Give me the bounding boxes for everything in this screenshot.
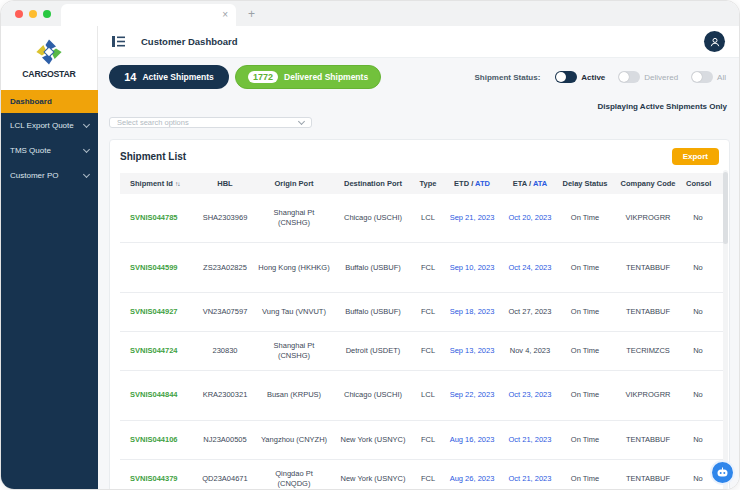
cell-type: FCL (414, 459, 442, 490)
cell-consol: No (684, 332, 712, 371)
sort-icon[interactable]: ↑↓ (175, 180, 180, 187)
toggle-active[interactable] (555, 71, 577, 83)
cargostar-logo-icon (35, 38, 63, 66)
table-header-row: Shipment Id↑↓HBLOrigin PortDestination P… (120, 173, 726, 194)
search-select[interactable] (109, 117, 312, 128)
cell-company-code: TENTABBUF (612, 420, 684, 459)
sidebar-item-label: TMS Quote (10, 146, 51, 155)
cell-destination-port: Chicago (USCHI) (332, 194, 414, 243)
cell-type: FCL (414, 243, 442, 292)
col-header-type: Type (414, 173, 442, 194)
search-input[interactable] (117, 118, 287, 127)
cell-delay-status: On Time (558, 194, 612, 243)
sidebar-item-tms-quote[interactable]: TMS Quote (1, 138, 98, 163)
brand-name: CARGOSTAR (22, 68, 75, 79)
table-row[interactable]: SVNIS044106NJ23A00505Yangzhou (CNYZH)New… (120, 420, 726, 459)
cell-shipment-id[interactable]: SVNIS044724 (120, 332, 194, 371)
browser-tab[interactable]: × (61, 4, 236, 26)
sidebar: CARGOSTAR DashboardLCL Export QuoteTMS Q… (1, 26, 98, 490)
page-title: Customer Dashboard (141, 36, 238, 47)
cell-consol: No (684, 371, 712, 420)
browser-titlebar: × + (1, 1, 739, 26)
close-window-icon[interactable] (15, 10, 23, 18)
cell-company-code: VIKPROGRR (612, 371, 684, 420)
sidebar-nav: DashboardLCL Export QuoteTMS QuoteCustom… (1, 90, 98, 490)
close-tab-icon[interactable]: × (222, 10, 228, 20)
displaying-note: Displaying Active Shipments Only (109, 102, 730, 111)
col-header-etd-: ETD / ATD (442, 173, 502, 194)
table-row[interactable]: SVNIS044379QD23A04671Qingdao Pt (CNQDG)N… (120, 459, 726, 490)
cell-etd: Aug 16, 2023 (442, 420, 502, 459)
active-count: 14 (124, 71, 136, 83)
minimize-window-icon[interactable] (29, 10, 37, 18)
cell-company-code: TENTABBUF (612, 243, 684, 292)
cell-type: LCL (414, 371, 442, 420)
cell-shipment-id[interactable]: SVNIS044927 (120, 292, 194, 331)
user-avatar-icon[interactable] (704, 31, 725, 52)
toggle-delivered[interactable] (618, 71, 640, 83)
cell-company-code: TENTABBUF (612, 292, 684, 331)
col-header-shipment-id[interactable]: Shipment Id↑↓ (120, 173, 194, 194)
cell-etd: Sep 13, 2023 (442, 332, 502, 371)
cell-shipment-id[interactable]: SVNIS044599 (120, 243, 194, 292)
cell-delay-status: On Time (558, 459, 612, 490)
menu-icon[interactable] (112, 36, 125, 47)
cell-destination-port: New York (USNYC) (332, 420, 414, 459)
table-row[interactable]: SVNIS044844KRA2300321Busan (KRPUS)Chicag… (120, 371, 726, 420)
topbar: Customer Dashboard (98, 26, 739, 58)
toggle-group-delivered: Delivered (618, 71, 678, 83)
cell-delay-status: On Time (558, 243, 612, 292)
cell-etd: Sep 22, 2023 (442, 371, 502, 420)
cell-origin-port: Yangzhou (CNYZH) (256, 420, 332, 459)
maximize-window-icon[interactable] (43, 10, 51, 18)
cell-eta: Oct 21, 2023 (502, 420, 558, 459)
table-row[interactable]: SVNIS044599ZS23A02825Hong Kong (HKHKG)Bu… (120, 243, 726, 292)
toggle-label: Delivered (644, 73, 678, 82)
new-tab-icon[interactable]: + (248, 8, 255, 20)
cell-consol: No (684, 194, 712, 243)
cell-hbl: NJ23A00505 (194, 420, 256, 459)
cell-company-code: VIKPROGRR (612, 194, 684, 243)
table-row[interactable]: SVNIS044785SHA2303969Shanghai Pt (CNSHG)… (120, 194, 726, 243)
cell-shipment-id[interactable]: SVNIS044844 (120, 371, 194, 420)
table-row[interactable]: SVNIS044724230830Shanghai Pt (CNSHG)Detr… (120, 332, 726, 371)
toggle-group-all: All (691, 71, 726, 83)
vertical-scrollbar-thumb[interactable] (723, 172, 728, 244)
sidebar-item-lcl-export-quote[interactable]: LCL Export Quote (1, 113, 98, 138)
col-header-company-code: Company Code (612, 173, 684, 194)
chevron-down-icon (298, 117, 305, 124)
cell-shipment-id[interactable]: SVNIS044379 (120, 459, 194, 490)
col-header-consol: Consol (684, 173, 712, 194)
cell-consol: No (684, 243, 712, 292)
content: 14 Active Shipments 1772 Delivered Shipm… (98, 58, 739, 490)
vertical-scrollbar[interactable] (723, 170, 728, 490)
cell-type: LCL (414, 194, 442, 243)
export-button[interactable]: Export (672, 148, 719, 165)
sidebar-item-label: LCL Export Quote (10, 121, 74, 130)
toggle-knob (692, 72, 702, 82)
toggle-all[interactable] (691, 71, 713, 83)
toggle-label: Active (581, 73, 605, 82)
toggle-label: All (717, 73, 726, 82)
stats-row: 14 Active Shipments 1772 Delivered Shipm… (109, 65, 730, 89)
cell-eta: Nov 4, 2023 (502, 332, 558, 371)
shipment-table: Shipment Id↑↓HBLOrigin PortDestination P… (120, 173, 726, 490)
sidebar-item-dashboard[interactable]: Dashboard (1, 90, 98, 113)
shipment-list-card: Shipment List Export Shipment Id↑↓HBLOri… (109, 139, 730, 490)
table-row[interactable]: SVNIS044927VN23A07597Vung Tau (VNVUT)Buf… (120, 292, 726, 331)
chat-bubble-icon[interactable] (710, 460, 735, 485)
cell-destination-port: Chicago (USCHI) (332, 371, 414, 420)
cell-etd: Sep 10, 2023 (442, 243, 502, 292)
cell-hbl: SHA2303969 (194, 194, 256, 243)
sidebar-item-customer-po[interactable]: Customer PO (1, 163, 98, 188)
toggle-knob (556, 72, 566, 82)
cell-shipment-id[interactable]: SVNIS044106 (120, 420, 194, 459)
delivered-label: Delivered Shipments (284, 72, 368, 82)
active-shipments-pill[interactable]: 14 Active Shipments (109, 65, 229, 89)
cell-type: FCL (414, 332, 442, 371)
cell-shipment-id[interactable]: SVNIS044785 (120, 194, 194, 243)
active-label: Active Shipments (142, 72, 213, 82)
chevron-down-icon (83, 170, 90, 177)
browser-window: × + CARGOSTAR DashboardLCL Export QuoteT… (0, 0, 740, 490)
delivered-shipments-pill[interactable]: 1772 Delivered Shipments (235, 65, 381, 89)
